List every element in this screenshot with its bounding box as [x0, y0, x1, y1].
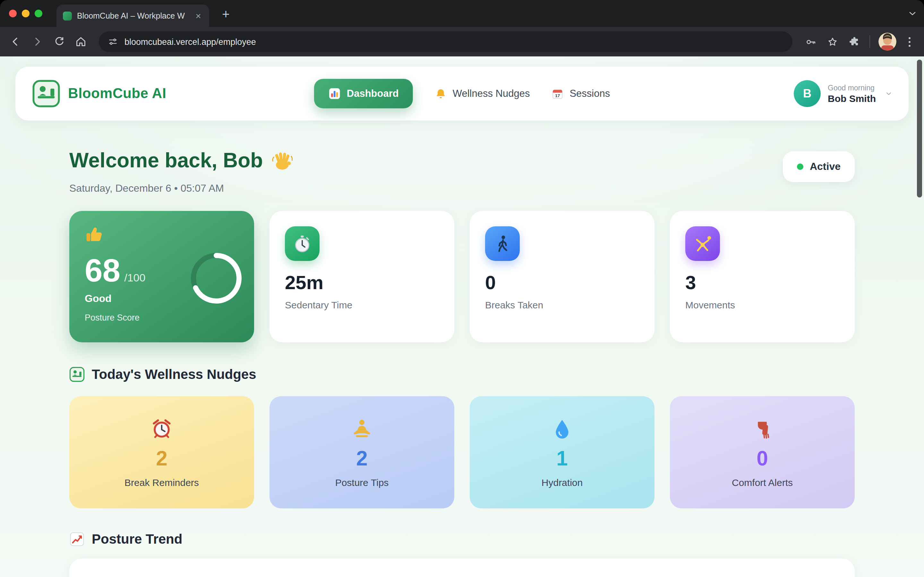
scrollbar-thumb[interactable]	[917, 60, 922, 197]
browser-profile-avatar[interactable]	[879, 33, 897, 51]
status-badge: Active	[783, 151, 855, 182]
movements-value: 3	[685, 272, 839, 293]
user-avatar: B	[794, 80, 821, 107]
nudges-heading: Today's Wellness Nudges	[69, 367, 855, 382]
minimize-window-button[interactable]	[22, 10, 29, 17]
tab-title: BloomCube AI – Workplace W	[77, 11, 187, 20]
nav-wellness-nudges-label: Wellness Nudges	[453, 88, 530, 99]
hydration-value: 1	[556, 448, 568, 468]
bookmark-button[interactable]	[822, 31, 843, 52]
brand-logo-link[interactable]: BloomCube AI	[32, 79, 166, 108]
posture-tips-value: 2	[356, 448, 368, 468]
break-reminders-card: 2 Break Reminders	[69, 396, 254, 508]
posture-score-max: /100	[124, 272, 145, 285]
comfort-alerts-card: 0 Comfort Alerts	[670, 396, 855, 508]
thumbs-up-icon	[85, 225, 104, 244]
password-manager-button[interactable]	[800, 31, 821, 52]
reload-button[interactable]	[49, 31, 69, 52]
hydration-card: 1 Hydration	[470, 396, 654, 508]
movements-icon-tile	[685, 226, 720, 261]
comfort-alerts-value: 0	[756, 448, 768, 468]
breaks-label: Breaks Taken	[485, 300, 639, 310]
break-reminders-label: Break Reminders	[124, 477, 199, 488]
bell-icon	[435, 87, 447, 100]
site-header: BloomCube AI Dashboard	[15, 67, 909, 121]
water-droplet-icon	[551, 417, 573, 440]
welcome-title-text: Welcome back, Bob	[69, 149, 263, 172]
breaks-icon-tile	[485, 226, 520, 261]
puzzle-icon	[848, 35, 860, 48]
nav-sessions-label: Sessions	[569, 88, 610, 99]
forward-button[interactable]	[27, 31, 47, 52]
posture-score-card: 68 /100 Good Posture Score	[69, 211, 254, 342]
movements-label: Movements	[685, 300, 839, 310]
close-window-button[interactable]	[9, 10, 17, 17]
walking-person-icon	[493, 234, 512, 253]
reload-icon	[53, 35, 65, 48]
site-settings-icon[interactable]	[108, 37, 118, 47]
trend-heading: Posture Trend	[69, 532, 855, 547]
user-greeting: Good morning	[828, 84, 876, 91]
browser-tab[interactable]: BloomCube AI – Workplace W ×	[57, 5, 209, 27]
welcome-section: Welcome back, Bob Saturday, Dece	[69, 149, 855, 194]
main-content: Welcome back, Bob Saturday, Dece	[69, 149, 855, 577]
home-button[interactable]	[71, 31, 91, 52]
stopwatch-icon	[292, 234, 312, 253]
key-icon	[804, 35, 817, 48]
user-text: Good morning Bob Smith	[828, 84, 876, 103]
profile-avatar-icon	[879, 33, 897, 51]
browser-menu-button[interactable]	[901, 37, 918, 47]
nav-dashboard[interactable]: Dashboard	[314, 79, 413, 108]
sedentary-time-card: 25m Sedentary Time	[270, 211, 454, 342]
brand-name: BloomCube AI	[68, 85, 166, 102]
tab-close-icon[interactable]: ×	[192, 10, 204, 21]
page-viewport: BloomCube AI Dashboard	[0, 56, 924, 577]
posture-ring	[189, 251, 244, 306]
status-label: Active	[810, 161, 841, 172]
page-title: Welcome back, Bob	[69, 149, 855, 172]
zoom-window-button[interactable]	[35, 10, 42, 17]
main-nav: Dashboard Wellness Nudges 17 Session	[314, 79, 610, 108]
alarm-clock-icon	[151, 417, 173, 440]
home-icon	[74, 35, 87, 48]
posture-tips-label: Posture Tips	[335, 477, 389, 488]
window-controls	[9, 10, 42, 17]
user-menu[interactable]: B Good morning Bob Smith	[794, 80, 892, 107]
address-bar[interactable]: bloomcubeai.vercel.app/employee	[99, 31, 792, 52]
break-reminders-value: 2	[156, 448, 168, 468]
nav-dashboard-label: Dashboard	[347, 88, 399, 99]
back-button[interactable]	[5, 31, 26, 52]
posture-tips-card: 2 Posture Tips	[270, 396, 454, 508]
new-tab-button[interactable]: +	[217, 6, 235, 23]
calendar-icon: 17	[551, 87, 564, 100]
user-name: Bob Smith	[828, 93, 876, 103]
browser-window: BloomCube AI – Workplace W × + bloomcube…	[0, 0, 924, 577]
scarf-icon	[751, 417, 773, 440]
chevron-down-icon	[907, 8, 918, 19]
date-text: Saturday, December 6 • 05:07 AM	[69, 183, 855, 194]
tab-strip: BloomCube AI – Workplace W × +	[0, 0, 924, 27]
nudges-heading-text: Today's Wellness Nudges	[92, 367, 256, 382]
status-dot-icon	[797, 163, 803, 170]
waving-hand-icon	[270, 150, 292, 171]
bloomcube-logo-icon	[32, 79, 60, 108]
chart-increasing-icon	[69, 532, 85, 547]
nudges-grid: 2 Break Reminders 2 Posture Tips	[69, 396, 855, 508]
url-text: bloomcubeai.vercel.app/employee	[124, 37, 256, 47]
star-icon	[826, 35, 838, 48]
hydration-label: Hydration	[541, 477, 583, 488]
arrow-right-icon	[31, 35, 44, 48]
tab-search-button[interactable]	[907, 8, 918, 21]
extensions-button[interactable]	[844, 31, 864, 52]
sedentary-value: 25m	[285, 272, 439, 293]
sedentary-label: Sedentary Time	[285, 300, 439, 310]
cartwheel-person-icon	[693, 234, 712, 253]
nav-wellness-nudges[interactable]: Wellness Nudges	[435, 87, 530, 100]
browser-toolbar: bloomcubeai.vercel.app/employee	[0, 27, 924, 56]
breaks-value: 0	[485, 272, 639, 293]
bloomcube-logo-icon	[69, 367, 85, 382]
comfort-alerts-label: Comfort Alerts	[732, 477, 793, 488]
stats-grid: 68 /100 Good Posture Score	[69, 211, 855, 342]
tab-favicon-icon	[63, 11, 72, 20]
nav-sessions[interactable]: 17 Sessions	[551, 87, 610, 100]
